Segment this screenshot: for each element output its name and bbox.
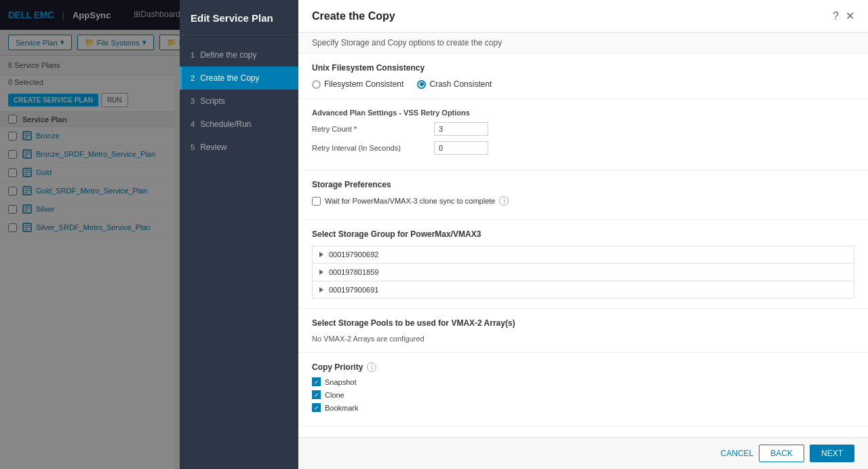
cancel-button[interactable]: CANCEL — [721, 449, 754, 458]
advanced-settings-section: Advanced Plan Settings - VSS Retry Optio… — [298, 99, 868, 170]
expand-icon-2 — [319, 287, 323, 293]
filesystem-consistent-option[interactable]: Filesystem Consistent — [312, 79, 403, 89]
help-icon: ? — [833, 10, 839, 22]
retry-count-label: Retry Count * — [312, 125, 434, 133]
bookmark-checkbox[interactable] — [312, 403, 321, 412]
retry-interval-row: Retry Interval (In Seconds) — [312, 141, 854, 155]
priority-bookmark: Bookmark — [312, 403, 854, 412]
priority-clone: Clone — [312, 390, 854, 399]
clone-sync-info-icon[interactable]: i — [499, 196, 509, 206]
expand-icon-1 — [319, 269, 323, 275]
back-button[interactable]: BACK — [759, 445, 804, 462]
storage-prefs-title: Storage Preferences — [312, 180, 854, 189]
dialog-subtitle: Specify Storage and Copy options to crea… — [298, 33, 868, 54]
storage-group-row-2[interactable]: 000197900691 — [313, 281, 854, 298]
priority-snapshot: Snapshot — [312, 377, 854, 386]
filesystem-consistent-radio[interactable] — [312, 80, 321, 89]
wizard-step-4[interactable]: 4 Schedule/Run — [180, 113, 298, 136]
snapshot-checkbox[interactable] — [312, 377, 321, 386]
wizard-step-5[interactable]: 5 Review — [180, 136, 298, 159]
dialog-title: Create the Copy — [312, 10, 395, 22]
storage-group-row-0[interactable]: 000197900692 — [313, 246, 854, 263]
retry-count-input[interactable] — [434, 122, 488, 136]
dialog-header-icons: ? ✕ — [833, 10, 854, 22]
wizard-step-3[interactable]: 3 Scripts — [180, 90, 298, 113]
storage-group-title: Select Storage Group for PowerMax/VMAX3 — [312, 229, 854, 239]
storage-group-row-1[interactable]: 000197801859 — [313, 263, 854, 281]
consistency-radio-group: Filesystem Consistent Crash Consistent — [312, 79, 854, 89]
required-indicator: * — [354, 125, 357, 133]
copy-priority-info-icon[interactable]: i — [367, 362, 376, 372]
wizard-step-2[interactable]: 2 Create the Copy — [180, 67, 298, 90]
retry-interval-input[interactable] — [434, 141, 488, 155]
create-copy-dialog: Create the Copy ? ✕ Specify Storage and … — [298, 0, 868, 469]
crash-consistent-option[interactable]: Crash Consistent — [417, 79, 492, 89]
copy-priority-header: Copy Priority i — [312, 362, 854, 372]
snapshot-label: Snapshot — [325, 378, 356, 386]
retry-count-row: Retry Count * — [312, 122, 854, 136]
storage-group-table: 000197900692 000197801859 000197900691 — [312, 246, 854, 299]
unix-consistency-section: Unix Filesystem Consistency Filesystem C… — [298, 54, 868, 99]
dialog-header: Create the Copy ? ✕ — [298, 0, 868, 33]
retry-interval-label: Retry Interval (In Seconds) — [312, 144, 434, 152]
clone-sync-label: Wait for PowerMax/VMAX-3 clone sync to c… — [325, 197, 495, 205]
storage-pools-title: Select Storage Pools to be used for VMAX… — [312, 318, 854, 328]
active-step-indicator — [180, 67, 182, 90]
clone-sync-checkbox[interactable] — [312, 197, 321, 206]
clone-label: Clone — [325, 391, 344, 399]
copy-priority-section: Copy Priority i Snapshot Clone Bookmark — [298, 353, 868, 426]
wizard-panel: Edit Service Plan 1 Define the copy 2 Cr… — [180, 0, 298, 469]
next-button[interactable]: NEXT — [810, 445, 854, 462]
storage-preferences-section: Storage Preferences Wait for PowerMax/VM… — [298, 170, 868, 220]
expand-icon-0 — [319, 252, 323, 257]
storage-pools-section: Select Storage Pools to be used for VMAX… — [298, 309, 868, 353]
crash-consistent-radio[interactable] — [417, 80, 426, 89]
clone-sync-row: Wait for PowerMax/VMAX-3 clone sync to c… — [312, 196, 854, 206]
copy-priority-title: Copy Priority — [312, 362, 363, 372]
close-icon: ✕ — [846, 10, 854, 22]
unix-section-title: Unix Filesystem Consistency — [312, 63, 854, 73]
close-icon-btn[interactable]: ✕ — [846, 10, 854, 22]
storage-group-section: Select Storage Group for PowerMax/VMAX3 … — [298, 220, 868, 309]
advanced-section-title: Advanced Plan Settings - VSS Retry Optio… — [312, 109, 854, 117]
clone-checkbox[interactable] — [312, 390, 321, 399]
wizard-title: Edit Service Plan — [180, 0, 298, 35]
bookmark-label: Bookmark — [325, 404, 359, 412]
wizard-steps: 1 Define the copy 2 Create the Copy 3 Sc… — [180, 35, 298, 167]
dialog-body: Unix Filesystem Consistency Filesystem C… — [298, 54, 868, 437]
help-icon-btn[interactable]: ? — [833, 10, 839, 22]
storage-pools-empty-msg: No VMAX-2 Arrays are configured — [312, 335, 854, 343]
wizard-step-1[interactable]: 1 Define the copy — [180, 43, 298, 67]
dialog-footer: CANCEL BACK NEXT — [298, 437, 868, 469]
